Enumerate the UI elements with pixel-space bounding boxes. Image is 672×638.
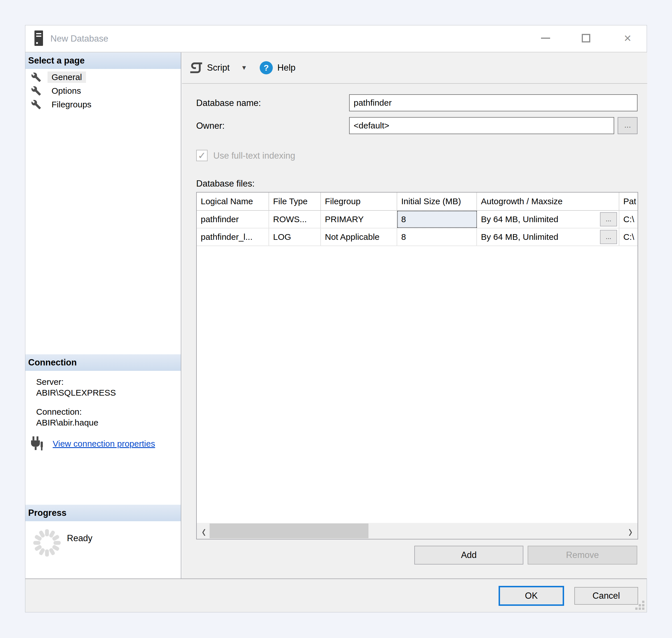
server-label: Server: xyxy=(36,377,64,387)
minimize-icon xyxy=(541,38,550,39)
database-files-label: Database files: xyxy=(196,179,255,189)
remove-button: Remove xyxy=(528,546,637,565)
cell-path[interactable]: C:\ xyxy=(619,211,638,228)
view-connection-properties-row: View connection properties xyxy=(31,436,155,451)
table-row: pathfinder_l... LOG Not Applicable 8 By … xyxy=(197,229,638,246)
progress-status: Ready xyxy=(67,533,92,543)
cell-filegroup[interactable]: Not Applicable xyxy=(321,229,397,246)
autogrowth-value: By 64 MB, Unlimited xyxy=(481,232,558,242)
connection-value: ABIR\abir.haque xyxy=(36,418,98,427)
col-initial-size[interactable]: Initial Size (MB) xyxy=(397,192,477,211)
cell-file-type[interactable]: ROWS... xyxy=(269,211,321,228)
cell-initial-size-selected[interactable]: 8 xyxy=(397,211,477,228)
bottom-bar: OK Cancel xyxy=(25,578,647,612)
col-file-type[interactable]: File Type xyxy=(269,192,321,211)
minimize-button[interactable] xyxy=(536,29,555,48)
resize-grip[interactable] xyxy=(635,600,644,610)
cell-logical-name[interactable]: pathfinder xyxy=(197,211,269,228)
autogrowth-browse-button[interactable]: ... xyxy=(600,212,617,226)
help-icon: ? xyxy=(260,61,273,74)
sidebar-item-options[interactable]: Options xyxy=(25,84,181,97)
autogrowth-value: By 64 MB, Unlimited xyxy=(481,215,558,224)
script-icon xyxy=(189,61,203,75)
cell-filegroup[interactable]: PRIMARY xyxy=(321,211,397,228)
maximize-icon xyxy=(582,34,590,43)
progress-header: Progress xyxy=(25,505,181,521)
wrench-icon xyxy=(31,99,41,110)
scroll-left-icon[interactable]: ‹ xyxy=(197,519,211,539)
scroll-right-icon[interactable]: › xyxy=(623,519,638,539)
owner-label: Owner: xyxy=(196,121,225,131)
new-database-dialog: New Database × Select a page General Opt… xyxy=(25,25,647,612)
col-logical-name[interactable]: Logical Name xyxy=(197,192,269,211)
sidebar-item-filegroups[interactable]: Filegroups xyxy=(25,98,181,111)
sidebar: Select a page General Options Filegroups… xyxy=(25,52,182,578)
wrench-icon xyxy=(31,86,41,96)
sidebar-item-general-label: General xyxy=(48,71,86,83)
autogrowth-browse-button[interactable]: ... xyxy=(600,230,617,244)
connection-header: Connection xyxy=(25,354,181,371)
cell-file-type[interactable]: LOG xyxy=(269,229,321,246)
window-title: New Database xyxy=(50,26,108,52)
script-button[interactable]: Script xyxy=(207,63,229,73)
cell-autogrowth[interactable]: By 64 MB, Unlimited ... xyxy=(477,229,619,246)
add-button[interactable]: Add xyxy=(414,546,523,565)
cell-logical-name[interactable]: pathfinder_l... xyxy=(197,229,269,246)
col-filegroup[interactable]: Filegroup xyxy=(321,192,397,211)
title-bar: New Database × xyxy=(25,26,647,52)
cancel-button[interactable]: Cancel xyxy=(574,587,638,605)
database-name-label: Database name: xyxy=(196,98,261,108)
wrench-icon xyxy=(31,72,41,82)
fulltext-label: Use full-text indexing xyxy=(213,151,295,161)
cell-autogrowth[interactable]: By 64 MB, Unlimited ... xyxy=(477,211,619,228)
check-icon: ✓ xyxy=(198,150,206,161)
col-path[interactable]: Pat xyxy=(619,192,638,211)
cell-initial-size[interactable]: 8 xyxy=(397,229,477,246)
grid-header-row: Logical Name File Type Filegroup Initial… xyxy=(197,192,638,211)
ok-button[interactable]: OK xyxy=(499,586,564,606)
plug-icon xyxy=(31,436,44,451)
sidebar-item-filegroups-label: Filegroups xyxy=(48,99,96,110)
cell-path[interactable]: C:\ xyxy=(619,229,638,246)
help-button[interactable]: Help xyxy=(277,63,296,73)
select-a-page-header: Select a page xyxy=(25,52,181,69)
fulltext-checkbox: ✓ xyxy=(196,150,208,161)
table-row: pathfinder ROWS... PRIMARY 8 By 64 MB, U… xyxy=(197,211,638,229)
col-autogrowth[interactable]: Autogrowth / Maxsize xyxy=(477,192,619,211)
database-name-input[interactable] xyxy=(349,94,638,111)
owner-browse-button[interactable]: ... xyxy=(618,117,638,134)
server-value: ABIR\SQLEXPRESS xyxy=(36,388,116,398)
database-files-grid: Logical Name File Type Filegroup Initial… xyxy=(196,192,638,539)
script-dropdown-icon[interactable]: ▼ xyxy=(241,64,247,71)
scrollbar-thumb[interactable] xyxy=(210,523,368,538)
close-icon: × xyxy=(624,32,631,45)
view-connection-properties-link[interactable]: View connection properties xyxy=(53,439,155,449)
maximize-button[interactable] xyxy=(576,29,596,48)
toolbar: Script ▼ ? Help xyxy=(182,52,647,84)
horizontal-scrollbar[interactable]: ‹ › xyxy=(197,523,638,539)
owner-input[interactable] xyxy=(349,117,614,134)
sidebar-item-options-label: Options xyxy=(48,85,85,97)
progress-spinner-icon xyxy=(33,528,61,557)
database-window-icon xyxy=(34,31,43,46)
connection-label: Connection: xyxy=(36,407,82,417)
close-button[interactable]: × xyxy=(618,29,637,48)
main-panel: Script ▼ ? Help Database name: Owner: ..… xyxy=(182,52,647,578)
sidebar-item-general[interactable]: General xyxy=(25,71,181,84)
